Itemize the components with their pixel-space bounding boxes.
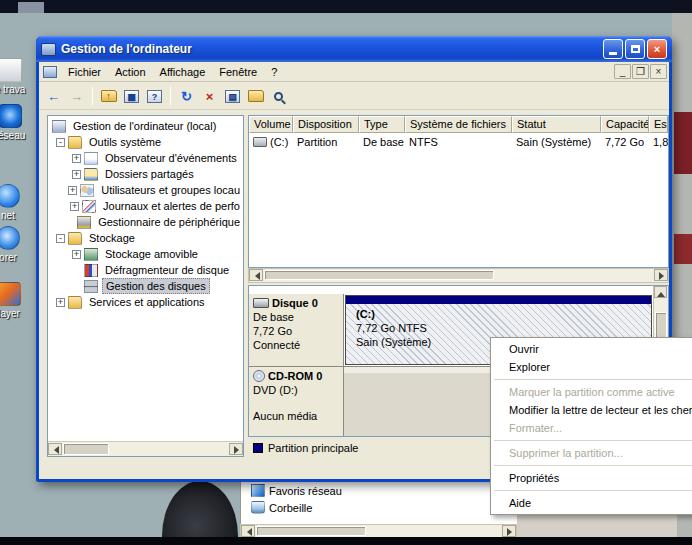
shared-folders-icon (84, 168, 98, 181)
collapse-icon[interactable]: - (56, 234, 65, 243)
removable-storage-icon (84, 248, 98, 261)
expand-icon[interactable]: + (72, 250, 81, 259)
scrollbar-thumb[interactable] (256, 526, 366, 536)
disk-management-icon (84, 280, 98, 293)
computer-management-icon (41, 43, 56, 56)
tree-item-observateur-evenements[interactable]: + Observateur d'événements (48, 150, 243, 166)
scroll-up-button[interactable] (654, 286, 667, 298)
expand-icon[interactable]: + (72, 154, 81, 163)
show-hide-tree-icon[interactable]: ▦ (121, 86, 142, 107)
scroll-right-button[interactable] (654, 269, 668, 281)
arrow-left-icon (243, 528, 252, 536)
scrollbar-thumb[interactable] (264, 270, 494, 280)
scroll-left-button[interactable] (241, 525, 255, 537)
column-header-espace[interactable]: Esp (649, 116, 668, 133)
mdi-close-button[interactable]: × (650, 64, 667, 79)
tree-item-stockage[interactable]: - Stockage (48, 230, 243, 246)
refresh-icon[interactable]: ↻ (176, 86, 197, 107)
device-manager-icon (77, 216, 91, 229)
column-header-statut[interactable]: Statut (512, 116, 601, 133)
tree-item-gestionnaire-peripheriques[interactable]: Gestionnaire de périphérique (48, 214, 243, 230)
scroll-left-button[interactable] (249, 269, 263, 281)
desktop-icon-media-player[interactable]: layer (0, 282, 27, 319)
close-button[interactable]: × (647, 39, 667, 59)
context-menu-explorer[interactable]: Explorer (491, 358, 692, 376)
delete-icon[interactable]: × (199, 86, 220, 107)
close-icon: × (654, 43, 660, 55)
tree-item-dossiers-partages[interactable]: + Dossiers partagés (48, 166, 243, 182)
folder-icon (68, 232, 82, 245)
context-menu-modifier-lettre[interactable]: Modifier la lettre de lecteur et les che… (491, 401, 692, 419)
maximize-button[interactable] (625, 39, 645, 59)
menu-separator (494, 379, 692, 380)
column-header-capacite[interactable]: Capacité (601, 116, 649, 133)
properties-icon[interactable]: ▤ (222, 86, 243, 107)
title-bar[interactable]: Gestion de l'ordinateur × (36, 36, 672, 62)
tree-item-defragmenteur[interactable]: Défragmenteur de disque (48, 262, 243, 278)
back-icon[interactable]: ← (43, 86, 64, 107)
collapse-icon[interactable]: - (56, 138, 65, 147)
tree-item-outils-systeme[interactable]: - Outils système (48, 134, 243, 150)
column-header-disposition[interactable]: Disposition (293, 116, 359, 133)
tree-item-services-applications[interactable]: + Services et applications (48, 294, 243, 310)
expand-icon[interactable]: + (56, 298, 65, 307)
menu-action[interactable]: Action (108, 64, 153, 80)
scroll-right-button[interactable] (502, 525, 516, 537)
desktop-dark-object (162, 481, 238, 545)
disk0-card[interactable]: Disque 0 De base 7,72 Go Connecté (249, 294, 344, 366)
desktop-icon-network[interactable]: réseau (0, 104, 28, 141)
background-red-block (674, 112, 692, 174)
desktop-icon-explorer[interactable]: orer (0, 226, 26, 263)
volume-free-space: 1,8 (649, 135, 669, 149)
minimize-button[interactable] (603, 39, 623, 59)
background-horizontal-scrollbar[interactable] (240, 524, 517, 538)
tree-item-root[interactable]: Gestion de l'ordinateur (local) (48, 118, 243, 134)
search-icon[interactable] (268, 86, 289, 107)
tree-item-gestion-des-disques[interactable]: Gestion des disques (48, 278, 243, 294)
partition-name: (C:) (356, 308, 431, 320)
open-folder-icon[interactable] (245, 86, 266, 107)
console-window-icon[interactable] (43, 66, 57, 78)
cdrom-card[interactable]: CD-ROM 0 DVD (D:) Aucun média (249, 367, 344, 437)
mdi-restore-button[interactable]: ❐ (632, 64, 649, 79)
tree-item-stockage-amovible[interactable]: + Stockage amovible (48, 246, 243, 262)
context-menu-aide[interactable]: Aide (491, 494, 692, 512)
explorer-icon (0, 226, 20, 250)
background-explorer-pane: Favoris réseau Corbeille (240, 482, 517, 524)
scroll-right-button[interactable] (229, 443, 243, 455)
tree-item-journaux-alertes[interactable]: + Journaux et alertes de perfo (48, 198, 243, 214)
expand-icon[interactable]: + (70, 202, 79, 211)
context-menu-proprietes[interactable]: Propriétés (491, 469, 692, 487)
desktop-icon-internet[interactable]: net (0, 184, 26, 221)
menu-fenetre[interactable]: Fenêtre (212, 64, 264, 80)
desktop-icon-document[interactable]: e trava (0, 58, 28, 95)
volume-capacity: 7,72 Go (601, 135, 649, 149)
column-header-systeme-fichiers[interactable]: Système de fichiers (405, 116, 512, 133)
expand-icon[interactable]: + (72, 170, 81, 179)
column-header-type[interactable]: Type (359, 116, 405, 133)
recycle-bin-icon (251, 501, 265, 514)
menu-help[interactable]: ? (264, 64, 284, 80)
scroll-left-button[interactable] (48, 443, 62, 455)
arrow-left-icon (251, 272, 260, 280)
scrollbar-thumb[interactable] (63, 443, 109, 455)
list-horizontal-scrollbar[interactable] (248, 268, 669, 283)
column-header-volume[interactable]: Volume (249, 116, 293, 133)
partition-status: Sain (Système) (356, 336, 431, 348)
menu-fichier[interactable]: Fichier (61, 64, 108, 80)
volume-row-c[interactable]: (C:) Partition De base NTFS Sain (Systèm… (249, 133, 668, 150)
disk0-status: Connecté (253, 339, 339, 351)
tree-item-recycle-bin[interactable]: Corbeille (241, 499, 517, 516)
forward-icon[interactable]: → (66, 86, 87, 107)
mdi-minimize-button[interactable]: _ (614, 64, 631, 79)
up-folder-icon[interactable]: ↑ (98, 86, 119, 107)
context-menu-ouvrir[interactable]: Ouvrir (491, 340, 692, 358)
disk0-type: De base (253, 311, 339, 323)
menu-affichage[interactable]: Affichage (153, 64, 213, 80)
expand-icon[interactable]: + (68, 186, 77, 195)
tree-item-network-places[interactable]: Favoris réseau (241, 482, 517, 499)
help-icon[interactable]: ? (144, 86, 165, 107)
tree-item-utilisateurs-groupes[interactable]: + Utilisateurs et groupes locau (48, 182, 243, 198)
context-menu-supprimer-partition: Supprimer la partition... (491, 444, 692, 462)
tree-horizontal-scrollbar[interactable] (48, 441, 243, 456)
